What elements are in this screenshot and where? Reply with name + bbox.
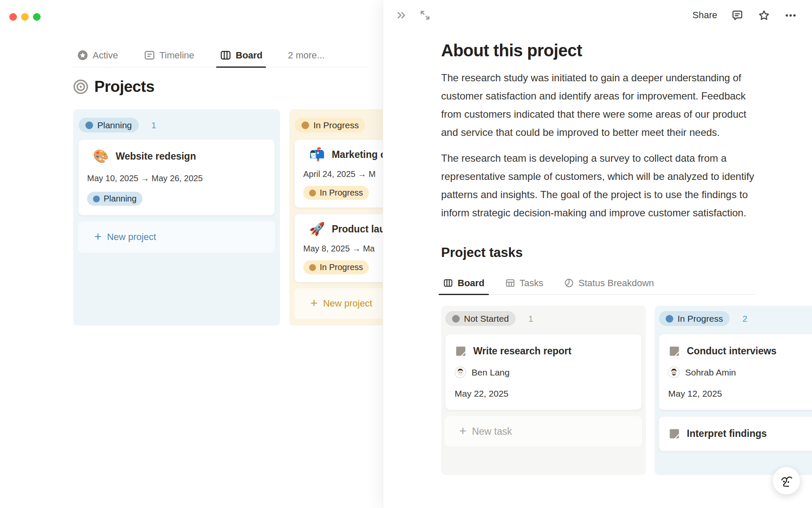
side-peek-toolbar: Share — [383, 0, 812, 24]
assignee-name: Sohrab Amin — [685, 367, 736, 378]
status-dot — [309, 190, 316, 196]
project-card-title: Product lau — [332, 224, 385, 235]
new-task-button[interactable]: + New task — [445, 416, 642, 447]
table-icon — [505, 278, 516, 288]
new-project-label: New project — [107, 232, 156, 243]
status-dot — [452, 315, 460, 323]
expand-diagonal-icon — [419, 9, 431, 22]
column-count: 1 — [151, 120, 156, 130]
new-task-label: New task — [472, 426, 512, 437]
tasks-column-not-started: Not Started 1 Write research report Ben … — [441, 306, 646, 475]
rocket-emoji: 🚀 — [309, 223, 325, 235]
status-dot — [302, 121, 309, 129]
status-label: Planning — [104, 194, 137, 204]
view-tab-board[interactable]: Board — [216, 44, 266, 67]
board-icon — [219, 49, 232, 61]
tasks-tab-board[interactable]: Board — [441, 272, 486, 294]
side-peek-panel: Share About this project The research st… — [383, 0, 812, 508]
minimize-window-button[interactable] — [21, 13, 29, 21]
status-label: In Progress — [313, 120, 359, 130]
comments-button[interactable] — [731, 9, 744, 22]
tasks-board: Not Started 1 Write research report Ben … — [441, 306, 756, 475]
view-tab-bar: Active Timeline Board 2 more... — [73, 44, 368, 67]
tasks-tab-label: Status Breakdown — [579, 278, 654, 289]
database-header: Projects — [73, 78, 154, 96]
status-label: Planning — [97, 120, 132, 130]
page-content: About this project The research study wa… — [383, 40, 812, 475]
favorite-button[interactable] — [757, 9, 771, 22]
project-card-title: Website redesign — [115, 151, 196, 162]
project-card-status-tag: In Progress — [303, 260, 369, 274]
close-side-peek-button[interactable] — [395, 9, 408, 22]
tasks-view-tab-bar: Board Tasks Status Breakdown — [441, 272, 756, 295]
status-pill-not-started[interactable]: Not Started — [445, 311, 516, 326]
paragraph: The research team is developing a survey… — [441, 149, 756, 222]
column-count: 2 — [742, 314, 747, 324]
task-card[interactable]: Interpret findings — [658, 416, 812, 451]
more-options-button[interactable] — [784, 9, 797, 22]
mailbox-emoji: 📬 — [309, 148, 325, 161]
task-note-icon — [668, 345, 680, 357]
status-dot — [309, 264, 316, 271]
view-tab-label: Active — [93, 50, 118, 61]
task-card[interactable]: Write research report Ben Lang May 22, 2… — [445, 334, 642, 410]
status-dot — [85, 121, 93, 129]
column-header: Planning 1 — [78, 118, 275, 133]
project-card-dates: May 10, 2025 → May 26, 2025 — [87, 174, 266, 183]
section-title: Project tasks — [441, 244, 756, 262]
status-label: In Progress — [678, 314, 723, 324]
new-project-label: New project — [323, 298, 372, 309]
database-title: Projects — [94, 78, 154, 96]
star-icon — [757, 9, 771, 22]
share-button[interactable]: Share — [692, 10, 717, 21]
avatar — [668, 367, 680, 378]
project-card-title: Marketing c — [332, 149, 386, 160]
window-controls — [9, 13, 41, 21]
plus-icon: + — [459, 425, 466, 437]
project-card[interactable]: 🎨 Website redesign May 10, 2025 → May 26… — [78, 139, 275, 215]
view-tab-timeline[interactable]: Timeline — [140, 44, 198, 67]
task-card[interactable]: Conduct interviews Sohrab Amin May 12, 2… — [658, 334, 812, 410]
column-count: 1 — [528, 314, 533, 324]
column-header: In Progress 2 — [658, 311, 812, 326]
target-icon — [73, 79, 88, 94]
timeline-icon — [143, 49, 156, 61]
view-tab-label: 2 more... — [288, 50, 325, 61]
task-card-date: May 12, 2025 — [668, 389, 812, 399]
notion-ai-button[interactable] — [772, 467, 801, 495]
double-chevron-right-icon — [395, 9, 408, 22]
task-card-title: Interpret findings — [687, 428, 767, 439]
zoom-window-button[interactable] — [33, 13, 41, 21]
expand-page-button[interactable] — [419, 9, 431, 22]
task-card-title: Conduct interviews — [687, 345, 776, 357]
task-note-icon — [455, 345, 467, 357]
task-card-title: Write research report — [473, 345, 571, 357]
board-column-planning: Planning 1 🎨 Website redesign May 10, 20… — [73, 109, 280, 326]
status-pill-in-progress[interactable]: In Progress — [659, 311, 730, 326]
plus-icon: + — [94, 231, 102, 243]
ai-face-icon — [778, 472, 796, 490]
paragraph: The research study was initiated to gain… — [441, 69, 756, 141]
status-pill-planning[interactable]: Planning — [79, 118, 139, 133]
comment-icon — [731, 9, 744, 22]
status-label: Not Started — [464, 314, 509, 324]
view-tab-label: Timeline — [159, 50, 194, 61]
view-tab-active[interactable]: Active — [73, 44, 121, 67]
new-project-button[interactable]: + New project — [78, 221, 275, 253]
ellipsis-icon — [784, 9, 797, 22]
tasks-tab-tasks[interactable]: Tasks — [503, 272, 545, 294]
avatar — [455, 367, 466, 378]
task-note-icon — [668, 428, 680, 440]
status-dot — [666, 315, 673, 323]
tasks-tab-status-breakdown[interactable]: Status Breakdown — [562, 272, 656, 294]
tasks-column-in-progress: In Progress 2 Conduct interviews Sohrab … — [655, 306, 812, 475]
view-tab-more[interactable]: 2 more... — [285, 44, 328, 67]
status-dot — [93, 196, 100, 202]
status-pill-in-progress[interactable]: In Progress — [295, 118, 365, 133]
project-card-status-tag: Planning — [87, 192, 143, 206]
status-label: In Progress — [320, 262, 363, 272]
task-card-date: May 22, 2025 — [455, 389, 632, 399]
assignee-row: Sohrab Amin — [668, 367, 812, 378]
page-title: About this project — [441, 40, 756, 61]
close-window-button[interactable] — [9, 13, 17, 21]
